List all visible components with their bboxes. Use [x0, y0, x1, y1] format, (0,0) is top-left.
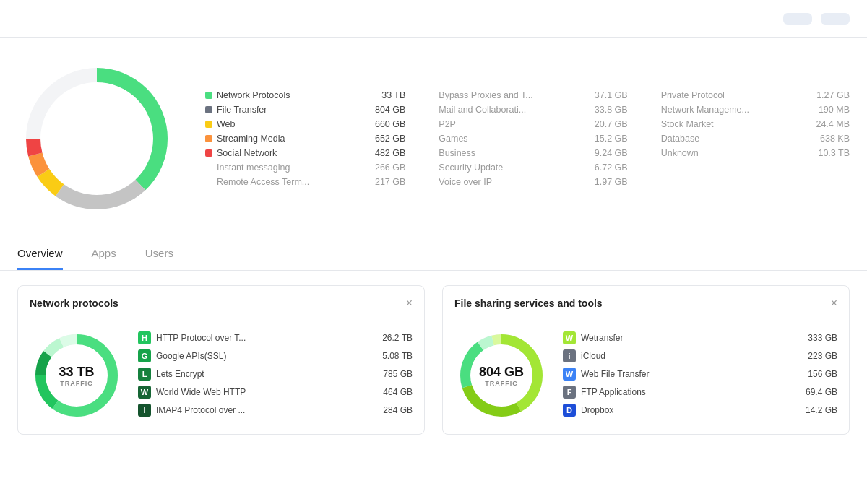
header: [0, 0, 867, 38]
stat-value: 33 TB: [381, 90, 405, 100]
stat-label-text: Stock Market: [661, 119, 714, 129]
stat-value: 266 GB: [375, 162, 405, 173]
stat-label-text: Social Network: [217, 148, 277, 158]
stat-row: Bypass Proxies and T...37.1 GB: [427, 88, 627, 103]
panel-donut-label: TRAFFIC: [59, 380, 94, 387]
stat-row: Business9.24 GB: [427, 146, 627, 160]
panel-item-value: 69.4 GB: [806, 387, 837, 397]
stat-value: 482 GB: [375, 148, 405, 158]
stat-label: Streaming Media: [205, 134, 285, 144]
panel-list-item: HHTTP Protocol over T...26.2 TB: [138, 329, 413, 347]
panel-item-name: Google APIs(SSL): [156, 351, 226, 361]
panel-list-item: GGoogle APIs(SSL)5.08 TB: [138, 347, 413, 365]
stat-label-text: Network Protocols: [217, 90, 290, 100]
stat-value: 190 MB: [819, 105, 850, 115]
stat-row: Stock Market24.4 MB: [650, 117, 850, 131]
stat-label-text: Games: [439, 134, 467, 144]
panel-item-name: Dropbox: [581, 405, 613, 415]
panels: Network protocols× 33 TB TRAFFICHHTTP Pr…: [17, 285, 850, 449]
stat-label: Network Protocols: [205, 90, 290, 100]
stat-dot: [205, 106, 212, 113]
stat-label-text: Unknown: [661, 148, 699, 158]
stat-label: Business: [427, 148, 475, 158]
stat-label-text: File Transfer: [217, 105, 267, 115]
panel-donut-center: 804 GB TRAFFIC: [479, 365, 524, 387]
panel-list-item: DDropbox14.2 GB: [563, 401, 837, 419]
panel-item-value: 14.2 GB: [806, 405, 837, 415]
panel-item-name: Wetransfer: [581, 333, 623, 343]
add-category-button[interactable]: [783, 13, 812, 25]
panel-item-value: 284 GB: [383, 405, 413, 415]
stat-value: 37.1 GB: [595, 90, 628, 100]
stat-value: 15.2 GB: [595, 134, 628, 144]
panel-item-name: iCloud: [581, 351, 605, 361]
stat-row: Social Network482 GB: [205, 146, 405, 160]
stat-label-text: Bypass Proxies and T...: [439, 90, 532, 100]
panel-item-value: 785 GB: [383, 369, 413, 379]
stat-label: Unknown: [650, 148, 699, 158]
panel-item-name: HTTP Protocol over T...: [156, 333, 246, 343]
panel-item-name: FTP Applications: [581, 387, 646, 397]
tabs-container: OverviewAppsUsers: [0, 240, 867, 271]
traffic-overview: Network Protocols33 TBFile Transfer804 G…: [17, 52, 850, 240]
panel-item-label: HHTTP Protocol over T...: [138, 331, 246, 344]
panel-list-item: IIMAP4 Protocol over ...284 GB: [138, 401, 413, 419]
traffic-stats-grid: Network Protocols33 TBFile Transfer804 G…: [205, 88, 850, 189]
panel-donut-value: 33 TB: [59, 365, 94, 380]
stat-label: File Transfer: [205, 105, 267, 115]
panel-list-item: WWetransfer333 GB: [563, 329, 837, 347]
stat-label-text: P2P: [439, 119, 456, 129]
tab-apps[interactable]: Apps: [92, 240, 116, 270]
stat-value: 652 GB: [375, 134, 405, 144]
stat-label-text: Remote Access Term...: [217, 177, 309, 187]
stats-col-2: Private Protocol1.27 GBNetwork Manageme.…: [650, 88, 850, 189]
stat-row: Voice over IP1.97 GB: [427, 175, 627, 189]
panel-donut-center: 33 TB TRAFFIC: [59, 365, 94, 387]
stat-label: Network Manageme...: [650, 105, 749, 115]
stat-dot: [205, 92, 212, 99]
tab-users[interactable]: Users: [145, 240, 173, 270]
tab-overview[interactable]: Overview: [17, 240, 63, 270]
stat-label: Private Protocol: [650, 90, 725, 100]
stat-dot: [205, 149, 212, 157]
stat-label: Voice over IP: [427, 177, 492, 187]
panel-item-label: LLets Encrypt: [138, 368, 204, 381]
panel-item-value: 223 GB: [808, 351, 837, 361]
panel-donut-wrapper: 804 GB TRAFFIC: [454, 329, 548, 422]
panel-close-button[interactable]: ×: [406, 297, 413, 309]
panel-item-icon: D: [563, 404, 576, 417]
panel-donut-value: 804 GB: [479, 365, 524, 380]
stat-label: Security Update: [427, 162, 503, 173]
stat-value: 33.8 GB: [595, 105, 628, 115]
clear-categories-button[interactable]: [821, 13, 850, 25]
panel-item-label: IIMAP4 Protocol over ...: [138, 404, 245, 417]
panel-list: HHTTP Protocol over T...26.2 TBGGoogle A…: [138, 329, 413, 419]
panel-item-icon: L: [138, 368, 151, 381]
panel-item-icon: H: [138, 331, 151, 344]
stat-label: Database: [650, 134, 700, 144]
stat-value: 6.72 GB: [595, 162, 628, 173]
stat-row: Remote Access Term...217 GB: [205, 175, 405, 189]
stat-dot: [205, 121, 212, 128]
panel-item-name: World Wide Web HTTP: [156, 387, 246, 397]
stat-label: Instant messaging: [205, 162, 290, 173]
stat-row: Database638 KB: [650, 131, 850, 146]
stat-value: 217 GB: [375, 177, 405, 187]
panel-item-label: WWeb File Transfer: [563, 368, 649, 381]
panel-item-name: Web File Transfer: [581, 369, 649, 379]
stat-label-text: Web: [217, 119, 235, 129]
panel-item-label: WWetransfer: [563, 331, 623, 344]
stat-label-text: Security Update: [439, 162, 503, 173]
stat-value: 660 GB: [375, 119, 405, 129]
panel-item-value: 464 GB: [383, 387, 413, 397]
stat-label: Stock Market: [650, 119, 714, 129]
panel-item-label: FFTP Applications: [563, 386, 646, 399]
stat-row: File Transfer804 GB: [205, 103, 405, 117]
panel-body: 33 TB TRAFFICHHTTP Protocol over T...26.…: [30, 329, 413, 422]
stat-label-text: Network Manageme...: [661, 105, 749, 115]
stat-label: Bypass Proxies and T...: [427, 90, 532, 100]
panel-close-button[interactable]: ×: [831, 297, 837, 309]
panel-donut-wrapper: 33 TB TRAFFIC: [30, 329, 124, 422]
stat-value: 804 GB: [375, 105, 405, 115]
panel-donut-label: TRAFFIC: [479, 380, 524, 387]
